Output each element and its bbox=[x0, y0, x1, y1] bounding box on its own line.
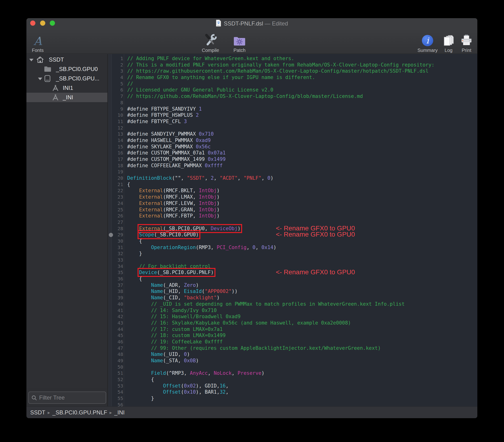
search-icon bbox=[31, 395, 37, 401]
patch-label: Patch bbox=[233, 48, 245, 53]
line-number: 53 bbox=[112, 383, 123, 389]
code-editor[interactable]: 1// Adding PNLF device for WhateverGreen… bbox=[108, 54, 477, 407]
line-number: 10 bbox=[112, 112, 123, 118]
breadcrumb: SSDT ▸ _SB.PCI0.GPU.PNLF ▸ _INI bbox=[26, 407, 477, 418]
code-text: #define FBTYPE_HSWPLUS 2 bbox=[127, 112, 199, 118]
method-icon bbox=[52, 85, 59, 91]
document-proxy-icon[interactable]: DSL bbox=[216, 19, 221, 28]
line-number: 24 bbox=[112, 200, 123, 207]
code-text: // https://raw.githubusercontent.com/Reh… bbox=[127, 68, 429, 74]
code-text: // Adding PNLF device for WhateverGreen.… bbox=[127, 55, 294, 62]
compile-label: Compile bbox=[202, 48, 219, 53]
code-text: Name(_HID, EisaId("APP0002")) bbox=[127, 288, 238, 295]
fonts-icon: A bbox=[33, 32, 43, 47]
patch-button[interactable]: Patch bbox=[222, 30, 257, 53]
filter-box bbox=[28, 391, 106, 404]
code-line: 4// Rename GFX0 to anything else if your… bbox=[108, 74, 477, 81]
breadcrumb-method[interactable]: _INI bbox=[114, 409, 125, 416]
code-text: // bbox=[127, 81, 133, 87]
code-line: 56 bbox=[108, 402, 477, 407]
code-line: 30 { bbox=[108, 238, 477, 244]
filter-area bbox=[26, 389, 108, 407]
code-text: // _UID is set depending on PWMMax to ma… bbox=[127, 301, 405, 307]
line-number: 38 bbox=[112, 288, 123, 295]
code-text: Name(_CID, "backlight") bbox=[127, 295, 220, 301]
code-line: 43 // 16: Skylake/KabyLake 0x56c (and so… bbox=[108, 320, 477, 326]
code-line: 19 bbox=[108, 169, 477, 175]
breadcrumb-root[interactable]: SSDT bbox=[30, 409, 45, 416]
home-icon bbox=[36, 56, 44, 63]
code-text: #define COFFEELAKE_PWMMAX 0xffff bbox=[127, 162, 223, 169]
sidebar-item-ini1[interactable]: INI1 bbox=[26, 83, 107, 93]
rename-annotation: <- Rename GFX0 to GPU0 bbox=[276, 269, 355, 276]
code-line: 6// Licensed under GNU General Public Li… bbox=[108, 87, 477, 93]
line-number: 15 bbox=[112, 144, 123, 150]
code-line: 45 // 18: custom LMAX=0x1499 bbox=[108, 332, 477, 339]
code-line: 38 Name(_HID, EisaId("APP0002")) bbox=[108, 288, 477, 295]
code-text: External(_SB.PCI0.GPU0, DeviceObj) bbox=[127, 226, 240, 232]
line-number: 55 bbox=[112, 395, 123, 402]
device-icon bbox=[44, 75, 51, 82]
line-number: 40 bbox=[112, 301, 123, 307]
line-number: 11 bbox=[112, 118, 123, 125]
line-number: 4 bbox=[112, 74, 123, 81]
line-number: 44 bbox=[112, 326, 123, 333]
line-number: 20 bbox=[112, 175, 123, 181]
print-button[interactable]: Print bbox=[449, 30, 477, 53]
code-text: // 17: custom LMAX=0x7a1 bbox=[127, 326, 223, 333]
code-text: #define HASWELL_PWMMAX 0xad9 bbox=[127, 137, 211, 144]
line-number: 30 bbox=[112, 238, 123, 244]
sidebar-item--sb-pci0-gpu-[interactable]: _SB.PCI0.GPU... bbox=[26, 74, 107, 83]
disclosure-triangle-icon[interactable] bbox=[29, 59, 34, 61]
filter-tree-input[interactable] bbox=[39, 392, 105, 403]
code-line: 51 Field(^RMP3, AnyAcc, NoLock, Preserve… bbox=[108, 370, 477, 376]
code-line: 50 bbox=[108, 364, 477, 370]
line-number: 3 bbox=[112, 68, 123, 74]
line-number: 45 bbox=[112, 332, 123, 339]
title-bar[interactable]: DSL SSDT-PNLF.dsl — Edited bbox=[26, 18, 477, 29]
code-text: { bbox=[127, 238, 142, 244]
code-text: External(RMCF.FBTP, IntObj) bbox=[127, 213, 220, 219]
code-text: Name(_STA, 0x0B) bbox=[127, 357, 199, 364]
code-line: 44 // 17: custom LMAX=0x7a1 bbox=[108, 326, 477, 333]
line-number: 46 bbox=[112, 339, 123, 345]
code-text: } bbox=[127, 250, 142, 257]
fonts-button[interactable]: A Fonts bbox=[26, 30, 55, 53]
sidebar-item--sb-pci0-gpu0[interactable]: _SB.PCI0.GPU0 bbox=[26, 64, 107, 74]
breadcrumb-device[interactable]: _SB.PCI0.GPU.PNLF bbox=[52, 409, 107, 416]
svg-text:DSL: DSL bbox=[217, 25, 220, 26]
code-line: 2// This is a modified PNLF version orig… bbox=[108, 62, 477, 68]
line-number: 42 bbox=[112, 314, 123, 320]
line-number: 48 bbox=[112, 351, 123, 357]
tree-item-label: _SB.PCI0.GPU0 bbox=[56, 64, 98, 74]
line-number: 19 bbox=[112, 169, 123, 175]
code-line: 52 { bbox=[108, 376, 477, 383]
line-number: 28 bbox=[112, 226, 123, 232]
code-line: 16#define CUSTOM_PWMMAX_07a1 0x07a1 bbox=[108, 150, 477, 156]
code-text: { bbox=[127, 276, 142, 282]
tree-item-label: SSDT bbox=[49, 55, 64, 64]
disclosure-triangle-icon[interactable] bbox=[38, 78, 42, 80]
rename-highlight-box: Scope(_SB.PCI0.GPU0) bbox=[139, 232, 199, 237]
sidebar-item-ssdt[interactable]: SSDT bbox=[26, 55, 107, 64]
window-title-group: DSL SSDT-PNLF.dsl — Edited bbox=[26, 18, 477, 29]
window-title: SSDT-PNLF.dsl — Edited bbox=[224, 20, 288, 27]
code-line: 49 Name(_STA, 0x0B) bbox=[108, 357, 477, 364]
line-number: 6 bbox=[112, 87, 123, 93]
line-number: 16 bbox=[112, 150, 123, 156]
line-number: 54 bbox=[112, 389, 123, 395]
code-text: External(RMCF.GRAN, IntObj) bbox=[127, 207, 220, 213]
code-text: Name(_UID, 0) bbox=[127, 351, 190, 357]
tree-item-label: _SB.PCI0.GPU... bbox=[56, 74, 99, 83]
line-number: 49 bbox=[112, 357, 123, 364]
code-line: 48 Name(_UID, 0) bbox=[108, 351, 477, 357]
code-line: 18#define COFFEELAKE_PWMMAX 0xffff bbox=[108, 162, 477, 169]
tree-item-label: INI1 bbox=[63, 83, 73, 93]
line-number: 23 bbox=[112, 194, 123, 200]
code-line: 17#define CUSTOM_PWMMAX_1499 0x1499 bbox=[108, 156, 477, 162]
sidebar-item--ini[interactable]: _INI bbox=[26, 93, 107, 102]
line-number: 14 bbox=[112, 137, 123, 144]
code-text: External(RMCF.LMAX, IntObj) bbox=[127, 194, 220, 200]
code-text: #define CUSTOM_PWMMAX_1499 0x1499 bbox=[127, 156, 226, 162]
line-number: 22 bbox=[112, 188, 123, 194]
